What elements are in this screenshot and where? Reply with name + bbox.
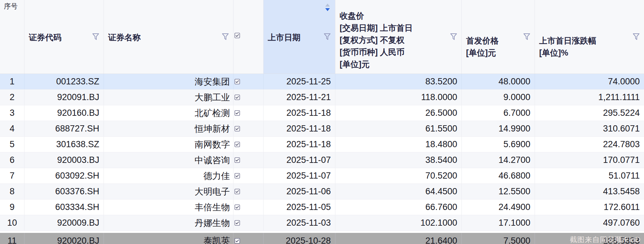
cell-date: 2025-11-18	[264, 105, 335, 121]
col-header-ipo-price[interactable]: 首发价格 [单位]元	[462, 0, 535, 74]
filter-icon[interactable]	[92, 33, 99, 41]
row-checkbox[interactable]	[234, 108, 240, 118]
select-all-checkbox[interactable]	[234, 33, 240, 40]
cell-name: 大明电子	[104, 184, 233, 199]
table-row[interactable]: 6920003.BJ中诚咨询2025-11-0738.540014.270017…	[0, 152, 644, 168]
cell-date: 2025-11-25	[264, 74, 335, 89]
table-row[interactable]: 7603092.SH德力佳2025-11-0770.520046.680051.…	[0, 168, 644, 184]
table-row[interactable]: 11920020.BJ泰凯英2025-10-2821.64007.5000188…	[0, 233, 644, 244]
cell-check	[233, 137, 264, 152]
cell-no: 7	[0, 168, 24, 183]
table-row[interactable]: 3920160.BJ北矿检测2025-11-1826.50006.7000295…	[0, 105, 644, 121]
col-header-name[interactable]: 证券名称	[104, 0, 233, 74]
cell-date: 2025-11-18	[264, 137, 335, 152]
row-checkbox[interactable]	[234, 124, 240, 134]
cell-ipo: 6.7000	[462, 105, 535, 121]
cell-chg: 1,211.1111	[535, 90, 644, 105]
cell-code: 603376.SH	[24, 184, 104, 199]
row-checkbox[interactable]	[234, 155, 240, 165]
cell-name: 德力佳	[104, 168, 233, 183]
col-header-first-day-change[interactable]: 上市首日涨跌幅 [单位]%	[535, 0, 644, 74]
cell-close: 38.5400	[335, 152, 462, 168]
col-header-list-date[interactable]: 上市日期	[264, 0, 335, 74]
filter-icon[interactable]	[633, 33, 640, 41]
table-row[interactable]: 1001233.SZ海安集团2025-11-2583.520048.000074…	[0, 74, 644, 90]
cell-no: 1	[0, 74, 24, 89]
cell-code: 920003.BJ	[24, 152, 104, 168]
cell-close: 102.1000	[335, 215, 462, 231]
cell-ipo: 17.1000	[462, 215, 535, 231]
cell-no: 3	[0, 105, 24, 121]
cell-name: 泰凯英	[104, 233, 233, 244]
cell-date: 2025-11-21	[264, 90, 335, 105]
row-checkbox[interactable]	[234, 92, 240, 102]
cell-no: 9	[0, 200, 24, 215]
cell-chg: 172.6011	[535, 200, 644, 215]
cell-code: 920020.BJ	[24, 233, 104, 244]
col-header-code[interactable]: 证券代码	[24, 0, 104, 74]
cell-no: 6	[0, 152, 24, 168]
cell-date: 2025-11-18	[264, 121, 335, 136]
table-row[interactable]: 5301638.SZ南网数字2025-11-1818.48005.6900224…	[0, 137, 644, 152]
cell-close: 26.5000	[335, 105, 462, 121]
close-price-column-label: 收盘价 [交易日期] 上市首日 [复权方式] 不复权 [货币币种] 人民币 [单…	[340, 10, 461, 70]
cell-close: 70.5200	[335, 168, 462, 183]
col-header-index: 序号	[0, 0, 24, 74]
cell-no: 10	[0, 215, 24, 231]
cell-ipo: 14.2700	[462, 152, 535, 168]
table-row[interactable]: 2920091.BJ大鹏工业2025-11-21118.00009.00001,…	[0, 90, 644, 105]
cell-close: 21.6400	[335, 233, 462, 244]
cell-no: 11	[0, 233, 24, 244]
cell-date: 2025-11-07	[264, 168, 335, 183]
cell-code: 603092.SH	[24, 168, 104, 183]
cell-ipo: 12.5500	[462, 184, 535, 199]
index-column-label: 序号	[4, 2, 18, 11]
table-row[interactable]: 10920009.BJ丹娜生物2025-11-03102.100017.1000…	[0, 215, 644, 231]
sort-indicator[interactable]	[325, 4, 330, 11]
cell-date: 2025-11-06	[264, 184, 335, 199]
row-checkbox[interactable]	[234, 139, 240, 149]
cell-date: 2025-11-07	[264, 152, 335, 168]
name-column-label: 证券名称	[108, 31, 233, 44]
cell-check	[233, 168, 264, 183]
row-checkbox[interactable]	[234, 77, 240, 87]
row-checkbox[interactable]	[234, 171, 240, 181]
row-checkbox[interactable]	[234, 236, 240, 244]
row-checkbox[interactable]	[234, 218, 240, 228]
filter-icon[interactable]	[222, 33, 229, 41]
sort-asc-icon[interactable]	[325, 4, 330, 7]
cell-chg: 413.5458	[535, 184, 644, 199]
table-body: 1001233.SZ海安集团2025-11-2583.520048.000074…	[0, 74, 644, 244]
cell-code: 301638.SZ	[24, 137, 104, 152]
cell-chg: 310.6071	[535, 121, 644, 136]
sort-desc-icon[interactable]	[325, 8, 330, 11]
cell-ipo: 14.9900	[462, 121, 535, 136]
cell-code: 920160.BJ	[24, 105, 104, 121]
watermark: 截图来自同花顺iFinD	[570, 235, 641, 244]
table-row[interactable]: 8603376.SH大明电子2025-11-0664.450012.550041…	[0, 184, 644, 200]
cell-name: 南网数字	[104, 137, 233, 152]
cell-name: 海安集团	[104, 74, 233, 89]
cell-check	[233, 74, 264, 89]
row-checkbox[interactable]	[234, 202, 240, 212]
cell-name: 丰倍生物	[104, 200, 233, 215]
cell-ipo: 46.6800	[462, 168, 535, 183]
cell-ipo: 48.0000	[462, 74, 535, 89]
cell-check	[233, 152, 264, 168]
table-row[interactable]: 9603334.SH丰倍生物2025-11-0566.760024.490017…	[0, 200, 644, 215]
cell-name: 恒坤新材	[104, 121, 233, 136]
cell-ipo: 7.5000	[462, 233, 535, 244]
table-row[interactable]: 4688727.SH恒坤新材2025-11-1861.550014.990031…	[0, 121, 644, 137]
row-checkbox[interactable]	[234, 186, 240, 197]
col-header-select-all	[233, 0, 264, 74]
cell-close: 18.4800	[335, 137, 462, 152]
cell-check	[233, 121, 264, 136]
cell-check	[233, 90, 264, 105]
filter-icon[interactable]	[450, 33, 457, 41]
cell-check	[233, 233, 264, 244]
cell-close: 61.5500	[335, 121, 462, 136]
filter-icon[interactable]	[324, 33, 331, 41]
cell-code: 688727.SH	[24, 121, 104, 136]
filter-icon[interactable]	[523, 33, 530, 41]
col-header-close-price[interactable]: 收盘价 [交易日期] 上市首日 [复权方式] 不复权 [货币币种] 人民币 [单…	[335, 0, 462, 74]
